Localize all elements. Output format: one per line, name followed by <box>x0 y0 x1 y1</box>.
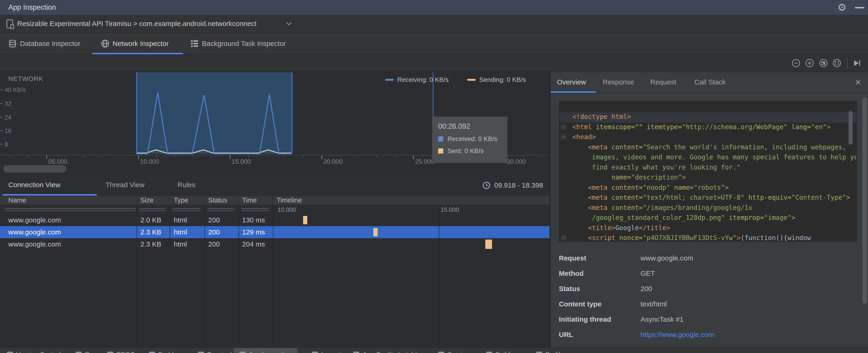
column-header-time[interactable]: Time <box>239 196 273 205</box>
zoom-out-icon[interactable] <box>792 59 801 68</box>
tool-window-bar: Version ControlRunTODOProblemsTerminalAp… <box>0 347 868 353</box>
inspector-tab-background-task-inspector[interactable]: Background Task Inspector <box>190 33 286 54</box>
major-tick <box>413 155 414 159</box>
active-tab-underline <box>551 91 596 93</box>
minor-tick <box>248 155 249 158</box>
y-tick-label: 24 <box>5 114 11 121</box>
table-row[interactable]: www.google.com2.3 KBhtml200204 ms <box>0 238 550 250</box>
minimize-icon[interactable] <box>855 7 864 8</box>
app-inspection-icon <box>240 352 246 353</box>
tab-overview[interactable]: Overview <box>557 72 586 93</box>
panel-scrollbar[interactable] <box>862 97 867 304</box>
cell-type: html <box>169 238 205 250</box>
column-header-status[interactable]: Status <box>205 196 239 205</box>
tool-window-button-services[interactable]: Services <box>438 348 472 353</box>
legend-receiving: Receiving: 0 KB/s <box>385 76 448 84</box>
timeline-scrollbar[interactable] <box>3 165 66 172</box>
process-selector-bar[interactable]: Resizable Experimental API Tiramisu > co… <box>0 15 868 33</box>
column-header-size[interactable]: Size <box>137 196 169 205</box>
field-value-status: 200 <box>641 285 652 293</box>
logcat-icon <box>312 352 318 353</box>
field-value-url[interactable]: https://www.google.com <box>641 331 714 339</box>
time-tick-label: 25.000 <box>415 158 434 165</box>
tool-window-button-problems[interactable]: Problems <box>149 348 186 353</box>
code-line: <!doctype html> <box>572 112 846 122</box>
received-swatch <box>438 136 443 141</box>
cell-name: www.google.com <box>0 214 137 226</box>
tab-rules[interactable]: Rules <box>178 175 195 195</box>
ruler-bar <box>5 208 136 211</box>
fold-marker-icon[interactable] <box>561 235 566 240</box>
tool-window-button-app-inspection[interactable]: App Inspection <box>234 348 297 353</box>
major-tick <box>46 155 47 159</box>
tab-call-stack[interactable]: Call Stack <box>694 72 726 93</box>
table-body: www.google.com2.0 KBhtml200130 mswww.goo… <box>0 214 550 250</box>
field-value-initiating-thread: AsyncTask #1 <box>641 315 683 323</box>
zoom-to-selection-icon[interactable] <box>832 59 841 68</box>
minor-tick <box>211 155 212 158</box>
tab-thread-view[interactable]: Thread View <box>105 175 145 195</box>
tool-window-button-run[interactable]: Run <box>76 348 97 353</box>
tool-window-button-profiler[interactable]: Profiler <box>536 348 566 353</box>
zoom-in-icon[interactable] <box>805 59 814 68</box>
tab-request[interactable]: Request <box>650 72 676 93</box>
active-tab-underline <box>2 194 97 195</box>
table-row[interactable]: www.google.com2.0 KBhtml200130 ms <box>0 214 550 226</box>
tool-window-button-logcat[interactable]: Logcat <box>312 348 341 353</box>
run-icon <box>76 352 82 353</box>
time-tick-label: 30.000 <box>507 158 526 165</box>
inspector-tab-network-inspector[interactable]: Network Inspector <box>101 33 169 54</box>
receiving-swatch <box>385 79 394 81</box>
minor-tick <box>541 155 542 158</box>
major-tick <box>138 155 139 159</box>
cell-time: 129 ms <box>239 226 273 238</box>
table-header[interactable]: NameSizeTypeStatusTimeTimeline <box>0 196 550 205</box>
time-tick-label: 05.000 <box>48 158 67 165</box>
column-header-timeline[interactable]: Timeline <box>273 196 550 205</box>
build-icon <box>486 352 492 353</box>
fold-marker-icon[interactable] <box>561 134 566 139</box>
column-header-type[interactable]: Type <box>169 196 205 205</box>
timeline-toolbar <box>0 55 868 72</box>
gear-icon[interactable]: ⚙ <box>836 1 848 14</box>
tab-connection-view[interactable]: Connection View <box>8 175 61 195</box>
tool-window-button-todo[interactable]: TODO <box>107 348 135 353</box>
cell-type: html <box>169 226 205 238</box>
table-row[interactable]: www.google.com2.3 KBhtml200129 ms <box>0 226 550 238</box>
cell-status: 200 <box>205 214 239 226</box>
ruler-bar <box>173 208 200 211</box>
editor-scrollbar[interactable] <box>848 111 853 145</box>
go-live-icon[interactable] <box>852 59 862 68</box>
ruler-bar <box>241 208 269 211</box>
column-header-name[interactable]: Name <box>0 196 137 205</box>
task-list-icon <box>190 39 199 48</box>
code-line: find exactly what you're looking for." <box>572 162 846 172</box>
major-tick <box>230 155 230 159</box>
time-tick-label: 15.000 <box>231 158 251 165</box>
response-preview-editor[interactable]: <!doctype html><html itemscope="" itemty… <box>559 101 857 242</box>
database-icon <box>8 39 17 48</box>
field-label-status: Status <box>559 285 636 293</box>
tooltip-received: Received: 0 KB/s <box>438 135 501 142</box>
minor-tick <box>395 155 395 158</box>
tool-window-button-terminal[interactable]: Terminal <box>198 348 232 353</box>
minor-tick <box>120 155 120 158</box>
minor-tick <box>523 155 524 158</box>
tool-window-button-version-control[interactable]: Version Control <box>7 348 61 353</box>
tooltip-time: 00:26.092 <box>438 122 501 131</box>
tool-window-button-build[interactable]: Build <box>486 348 510 353</box>
cell-time: 204 ms <box>239 238 273 250</box>
sending-swatch <box>467 79 475 81</box>
tab-response[interactable]: Response <box>603 72 634 93</box>
fold-marker-icon[interactable] <box>561 125 566 129</box>
chevron-down-icon <box>286 22 292 26</box>
close-icon[interactable] <box>854 78 862 86</box>
connection-details-panel: OverviewResponseRequestCall Stack <!doct… <box>551 72 868 347</box>
major-tick <box>321 155 322 159</box>
inspector-tab-database-inspector[interactable]: Database Inspector <box>8 33 80 54</box>
connections-table: NameSizeTypeStatusTimeTimeline 10.00015.… <box>0 196 550 347</box>
legend-sending: Sending: 0 KB/s <box>467 76 526 84</box>
reset-zoom-icon[interactable] <box>819 59 828 68</box>
ruler-bar <box>140 208 165 211</box>
tool-window-button-app-quality-insights[interactable]: App Quality Insights <box>353 348 420 353</box>
